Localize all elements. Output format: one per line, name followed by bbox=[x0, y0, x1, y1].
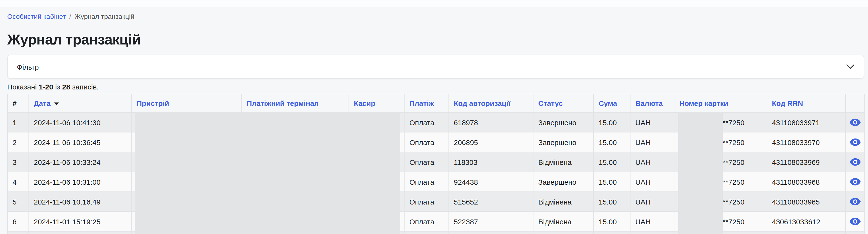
cell-status: Відмінена bbox=[533, 211, 594, 231]
cell-device bbox=[131, 231, 242, 234]
redacted-card-prefix bbox=[678, 172, 723, 192]
cell-date: 2024-11-06 10:33:24 bbox=[29, 152, 131, 172]
sort-desc-icon bbox=[54, 103, 59, 105]
sort-date-link[interactable]: Дата bbox=[34, 99, 59, 107]
cell-payment: Оплата bbox=[404, 211, 449, 231]
cell-rrn: 431108033971 bbox=[767, 112, 845, 132]
breadcrumb-home-link[interactable]: Особистий кабінет bbox=[7, 12, 66, 20]
view-transaction-button[interactable] bbox=[846, 113, 864, 132]
cell-status: Завершено bbox=[533, 132, 594, 152]
eye-icon bbox=[849, 198, 861, 206]
cell-currency: UAH bbox=[630, 132, 674, 152]
column-header-status: Статус bbox=[533, 94, 594, 112]
redacted-card-prefix bbox=[678, 132, 723, 152]
cell-payment: Оплата bbox=[404, 132, 449, 152]
filter-accordion[interactable]: Фільтр bbox=[7, 55, 864, 79]
cell-actions bbox=[845, 152, 864, 172]
column-header-currency: Валюта bbox=[630, 94, 674, 112]
redacted-card-prefix bbox=[678, 191, 723, 212]
sort-currency-link[interactable]: Валюта bbox=[635, 99, 663, 107]
cell-device bbox=[131, 152, 242, 172]
sort-cashier-link[interactable]: Касир bbox=[354, 99, 375, 107]
view-transaction-button[interactable] bbox=[846, 152, 864, 172]
breadcrumb: Особистий кабінет/Журнал транзакцій bbox=[7, 12, 864, 21]
sort-status-link[interactable]: Статус bbox=[538, 99, 563, 107]
chevron-down-icon bbox=[846, 64, 855, 69]
view-transaction-button[interactable] bbox=[846, 172, 864, 191]
view-transaction-button[interactable] bbox=[846, 192, 864, 211]
cell-actions bbox=[845, 172, 864, 192]
cell-auth-code: 206895 bbox=[449, 132, 533, 152]
cell-actions bbox=[845, 192, 864, 211]
top-navbar-edge bbox=[0, 0, 868, 7]
cell-card-number: **7250 bbox=[674, 192, 767, 211]
redacted-card-prefix bbox=[678, 112, 723, 132]
cell-payment: Оплата bbox=[404, 112, 449, 132]
cell-currency bbox=[630, 231, 674, 234]
cell-payment: Оплата bbox=[404, 192, 449, 211]
redacted-device-terminal-cashier bbox=[135, 211, 400, 232]
sort-auth-code-link[interactable]: Код авторизації bbox=[454, 99, 510, 107]
redacted-card-prefix bbox=[678, 152, 723, 172]
cell-date bbox=[29, 231, 131, 234]
sort-rrn-link[interactable]: Код RRN bbox=[772, 99, 803, 107]
cell-index: 4 bbox=[7, 172, 29, 192]
redacted-device-terminal-cashier bbox=[135, 112, 400, 132]
cell-rrn: 431108033968 bbox=[767, 172, 845, 192]
cell-device bbox=[131, 112, 242, 132]
cell-currency: UAH bbox=[630, 172, 674, 192]
cell-auth-code bbox=[449, 231, 533, 234]
records-range: 1-20 bbox=[39, 83, 53, 91]
cell-card-number: **7250 bbox=[674, 152, 767, 172]
sort-terminal-link[interactable]: Платіжний термінал bbox=[247, 99, 319, 107]
page-content: Особистий кабінет/Журнал транзакцій Журн… bbox=[0, 12, 868, 234]
cell-amount: 15.00 bbox=[594, 192, 630, 211]
eye-icon bbox=[849, 119, 861, 126]
cell-index: 6 bbox=[7, 211, 29, 231]
transactions-table: # Дата Пристрій Платіжний термінал Касир… bbox=[7, 94, 865, 234]
sort-device-link[interactable]: Пристрій bbox=[136, 99, 169, 107]
cell-index bbox=[7, 231, 29, 234]
view-transaction-button[interactable] bbox=[846, 232, 864, 234]
cell-amount: 15.00 bbox=[594, 211, 630, 231]
column-header-device: Пристрій bbox=[131, 94, 242, 112]
column-header-index: # bbox=[7, 94, 29, 112]
view-transaction-button[interactable] bbox=[846, 132, 864, 152]
cell-date: 2024-11-01 15:19:25 bbox=[29, 211, 131, 231]
cell-status: Відмінена bbox=[533, 192, 594, 211]
table-row: 3 2024-11-06 10:33:24 Оплата 118303 Відм… bbox=[7, 152, 864, 172]
table-header-row: # Дата Пристрій Платіжний термінал Касир… bbox=[7, 94, 864, 112]
cell-index: 3 bbox=[7, 152, 29, 172]
cell-device bbox=[131, 192, 242, 211]
cell-date: 2024-11-06 10:16:49 bbox=[29, 192, 131, 211]
cell-card-number: **7250 bbox=[674, 132, 767, 152]
cell-device bbox=[131, 172, 242, 192]
table-row: 6 2024-11-01 15:19:25 Оплата 522387 Відм… bbox=[7, 211, 864, 231]
cell-date: 2024-11-06 10:36:45 bbox=[29, 132, 131, 152]
sort-payment-link[interactable]: Платіж bbox=[409, 99, 434, 107]
sort-amount-link[interactable]: Сума bbox=[599, 99, 617, 107]
eye-icon bbox=[849, 158, 861, 166]
table-row bbox=[7, 231, 864, 234]
cell-currency: UAH bbox=[630, 192, 674, 211]
view-transaction-button[interactable] bbox=[846, 212, 864, 231]
cell-amount bbox=[594, 231, 630, 234]
sort-card-number-link[interactable]: Номер картки bbox=[679, 99, 728, 107]
column-header-date: Дата bbox=[29, 94, 131, 112]
cell-device bbox=[131, 132, 242, 152]
eye-icon bbox=[849, 178, 861, 186]
cell-index: 5 bbox=[7, 192, 29, 211]
cell-auth-code: 522387 bbox=[449, 211, 533, 231]
column-header-cashier: Касир bbox=[349, 94, 404, 112]
redacted-card-prefix bbox=[678, 211, 723, 232]
cell-amount: 15.00 bbox=[594, 172, 630, 192]
column-header-payment: Платіж bbox=[404, 94, 449, 112]
redacted-device-terminal-cashier bbox=[135, 191, 400, 212]
cell-status: Завершено bbox=[533, 172, 594, 192]
cell-currency: UAH bbox=[630, 152, 674, 172]
records-total: 28 bbox=[62, 83, 70, 91]
cell-rrn: 431108033969 bbox=[767, 152, 845, 172]
column-header-card-number: Номер картки bbox=[674, 94, 767, 112]
cell-status bbox=[533, 231, 594, 234]
column-header-amount: Сума bbox=[594, 94, 630, 112]
